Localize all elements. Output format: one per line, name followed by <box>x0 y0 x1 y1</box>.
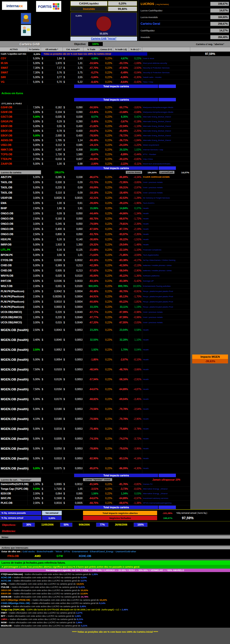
commission-cell[interactable]: 0,22% <box>99 284 113 289</box>
entry-price-cell[interactable]: $0,010 <box>41 157 63 162</box>
ticker-cell[interactable]: ZAAP.OB <box>0 162 28 166</box>
pct-trade-cell[interactable]: -93,75% <box>83 232 99 237</box>
pct-trade-cell[interactable]: -70,56% <box>83 414 99 424</box>
pct-carteira-cell[interactable]: 2,50% <box>28 216 41 221</box>
pct-carteira-cell[interactable]: 3,00% <box>28 273 41 278</box>
commission-cell[interactable]: 0,22% <box>99 414 113 424</box>
pct-trade-liq-cell[interactable]: -47,92% <box>113 66 129 70</box>
ticker-cell[interactable]: TAOL.OB <box>0 180 28 185</box>
current-price-cell[interactable]: $0,0012 <box>63 482 83 486</box>
ticker-cell[interactable]: MGEN.OB (health) <box>0 404 28 414</box>
sector-note-cell[interactable]: Gold / precious metals <box>142 185 190 190</box>
pct-carteira-cell[interactable]: 5,00% <box>28 190 41 195</box>
entry-price-cell[interactable]: $0,20 <box>41 237 63 242</box>
pct-of-lc-cell[interactable]: 1,02% <box>129 147 142 152</box>
ticker-cell[interactable]: MGEN.OB (health) <box>0 325 28 335</box>
commission-cell[interactable]: 0,22% <box>99 232 113 237</box>
sector-note-cell[interactable]: Health <box>142 242 190 247</box>
commission-cell[interactable]: 0,22% <box>99 268 113 273</box>
sector-note-cell[interactable]: Alternativ Energ_Biofuel_Etanol <box>142 128 190 133</box>
pct-trade-liq-cell[interactable]: -68,97% <box>113 500 129 505</box>
sector-note-cell[interactable]: Voip-China <box>142 157 190 162</box>
pct-of-lc-cell[interactable]: -2,03% <box>129 320 142 325</box>
current-price-cell[interactable]: $0,090 <box>63 110 83 114</box>
commission-cell[interactable]: 0,22% <box>99 335 113 345</box>
ticker-cell[interactable]: PLNI.PK(Plasticon) <box>0 299 28 304</box>
pct-trade-liq-cell[interactable]: -78,72% <box>113 133 129 138</box>
pct-of-lc-cell[interactable]: -1,10% <box>129 247 142 252</box>
entry-price-cell[interactable]: $0,0310 <box>41 454 63 464</box>
sector-note-cell[interactable]: Tech-DLEK's <box>142 200 190 206</box>
pct-trade-cell[interactable]: -39,00% <box>83 200 99 206</box>
ticker-cell[interactable]: ONGO.OB <box>0 226 28 232</box>
entry-price-cell[interactable]: $0,330 <box>41 180 63 185</box>
column-header[interactable]: % Carteira <box>28 47 41 52</box>
pct-carteira-cell[interactable]: 3,40% <box>28 335 41 345</box>
pct-trade-liq-cell[interactable]: -30,22% <box>113 157 129 162</box>
pct-trade-cell[interactable]: -42,28% <box>83 263 99 268</box>
pct-carteira-cell[interactable]: 5,00% <box>28 114 41 119</box>
pct-trade-liq-cell[interactable]: 1,70% <box>113 345 129 355</box>
pct-trade-liq-cell[interactable]: -70,78% <box>113 404 129 414</box>
entry-price-cell[interactable]: $0,297 <box>41 147 63 152</box>
pct-of-lc-cell[interactable]: -1,36% <box>129 273 142 278</box>
pct-trade-liq-cell[interactable]: -18,40% <box>113 190 129 195</box>
ticker-cell[interactable]: HSXI.PK <box>0 237 28 242</box>
pct-carteira-cell[interactable]: 5,00% <box>28 133 41 138</box>
pct-trade-cell[interactable]: -3,51% <box>83 486 99 491</box>
pct-of-lc-cell[interactable]: -2,90% <box>129 268 142 273</box>
entry-price-cell[interactable]: $0,55 <box>41 124 63 128</box>
sector-note-cell[interactable]: Alternative Energy _Ethanol <box>142 486 190 491</box>
entry-price-cell[interactable]: $0,020 <box>41 273 63 278</box>
pct-trade-liq-cell[interactable]: -22,04% <box>113 124 129 128</box>
commission-cell[interactable]: 0,22% <box>99 404 113 414</box>
pct-trade-liq-cell[interactable]: -6,06% <box>113 75 129 80</box>
pct-trade-liq-cell[interactable]: -42,53% <box>113 195 129 200</box>
sector-note-cell[interactable]: Health <box>142 444 190 454</box>
commission-cell[interactable]: 0,22% <box>99 147 113 152</box>
watch-ticker[interactable]: XCHC.OB <box>79 554 91 558</box>
commission-cell[interactable]: 0,22% <box>99 190 113 195</box>
entry-price-cell[interactable]: $0,0250 <box>41 444 63 454</box>
current-price-cell[interactable]: $0,213 <box>63 268 83 273</box>
commission-cell[interactable]: 0,22% <box>99 258 113 263</box>
pct-trade-cell[interactable]: 4,89% <box>83 56 99 61</box>
pct-trade-cell[interactable]: -60,00% <box>83 299 99 304</box>
pie-caption-link[interactable]: Carteira GAB "Inicial" <box>70 36 137 41</box>
column-header[interactable]: % do LC * <box>129 47 142 52</box>
pct-trade-liq-cell[interactable]: -64,89% <box>113 496 129 500</box>
commission-cell[interactable]: 0,22% <box>99 70 113 75</box>
pct-of-lc-cell[interactable]: -5,42% <box>129 278 142 284</box>
commission-cell[interactable]: 0,22% <box>99 128 113 133</box>
sector-note-cell[interactable]: Electr.tech (transaction/infrastr) <box>142 162 190 166</box>
entry-price-cell[interactable]: $1,7100 <box>41 486 63 491</box>
pct-trade-liq-cell[interactable]: -3,73% <box>113 486 129 491</box>
commission-cell[interactable]: 0,22% <box>99 496 113 500</box>
ticker-cell[interactable]: EBOF.OB <box>0 124 28 128</box>
pct-carteira-cell[interactable]: 5,00% <box>28 454 41 464</box>
pct-trade-cell[interactable]: -30,00% <box>83 157 99 162</box>
pct-trade-cell[interactable]: -21,82% <box>83 124 99 128</box>
sector-note-cell[interactable]: Gold / precious metals <box>142 180 190 185</box>
pct-of-lc-cell[interactable]: -1,38% <box>129 500 142 505</box>
pct-carteira-cell[interactable]: 2,50% <box>28 226 41 232</box>
entry-price-cell[interactable]: $0,0170 <box>41 394 63 404</box>
pct-carteira-cell[interactable]: 5,00% <box>28 374 41 384</box>
watch-ticker[interactable]: GTW <box>57 554 63 558</box>
current-price-cell[interactable]: $0,98 <box>63 162 83 166</box>
sector-note-cell[interactable]: FAZER AVERAGE-DOWN <box>142 174 190 180</box>
pct-trade-liq-cell[interactable]: -42,50% <box>113 263 129 268</box>
ticker-cell[interactable]: Gamezmflix(GZFX.OB) <box>0 482 28 486</box>
pct-trade-cell[interactable]: -45,00% <box>83 273 99 278</box>
pct-trade-cell[interactable]: -83,16% <box>83 278 99 284</box>
entry-price-cell[interactable]: $0,09 <box>41 211 63 216</box>
entry-price-cell[interactable]: $1,730 <box>41 152 63 157</box>
pct-carteira-cell[interactable]: 2,50% <box>28 232 41 237</box>
ticker-cell[interactable]: ONGO.OB <box>0 211 28 216</box>
ticker-cell[interactable]: CYOS.OB <box>0 258 28 263</box>
sector-note-cell[interactable]: Metal recyclement <box>142 143 190 147</box>
commission-cell[interactable]: 0,22% <box>99 464 113 474</box>
pct-trade-liq-cell[interactable]: -8,89% <box>113 152 129 157</box>
entry-price-cell[interactable]: $0,0010 <box>41 299 63 304</box>
pct-carteira-cell[interactable]: 5,00% <box>28 434 41 444</box>
